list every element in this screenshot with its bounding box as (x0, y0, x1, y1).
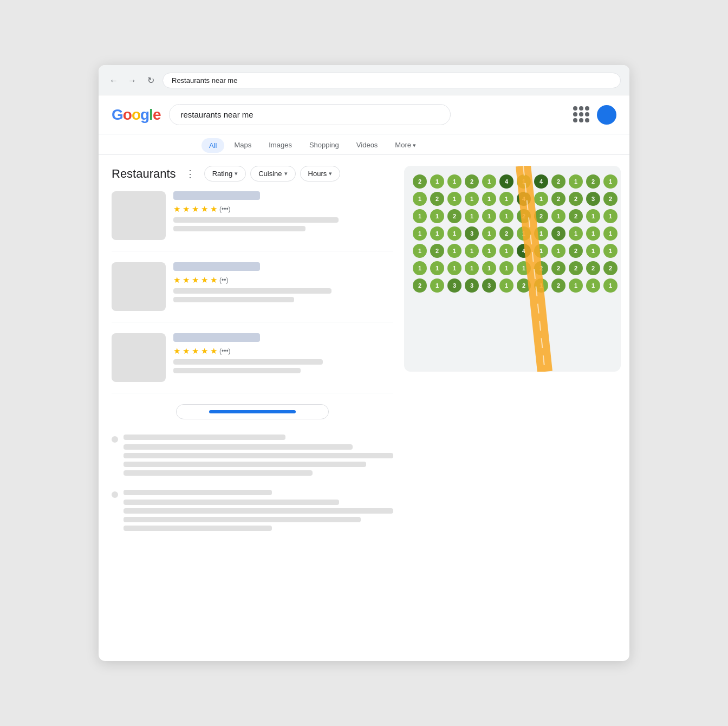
map-dot[interactable]: 1 (534, 192, 548, 206)
tab-more[interactable]: More (387, 137, 424, 154)
map-dot[interactable]: 3 (551, 226, 566, 241)
map-dot[interactable]: 1 (499, 244, 514, 258)
refresh-button[interactable]: ↻ (144, 74, 157, 87)
map-dot[interactable]: 1 (499, 192, 514, 206)
map-dot[interactable]: 1 (586, 244, 600, 258)
map-dot[interactable]: 1 (603, 278, 618, 293)
address-bar[interactable] (162, 73, 621, 88)
map-dot[interactable]: 2 (569, 261, 583, 275)
map-dot[interactable]: 1 (482, 244, 496, 258)
tab-maps[interactable]: Maps (226, 137, 259, 154)
map-dot[interactable]: 2 (551, 192, 566, 206)
more-options-button[interactable]: ⋮ (183, 166, 198, 182)
map-dot[interactable]: 3 (465, 226, 479, 241)
map-dot[interactable]: 1 (465, 209, 479, 223)
map-dot[interactable]: 1 (430, 278, 444, 293)
map-dot[interactable]: 1 (551, 209, 566, 223)
map-dot[interactable]: 1 (499, 278, 514, 293)
forward-button[interactable]: → (126, 74, 139, 87)
map-dot[interactable]: 2 (569, 209, 583, 223)
map-dot[interactable]: 1 (447, 244, 461, 258)
apps-icon[interactable] (573, 106, 590, 124)
map-dot[interactable]: 4 (534, 174, 548, 189)
map-dot[interactable]: 1 (413, 226, 427, 241)
map-dot[interactable]: 2 (499, 226, 514, 241)
map-dot[interactable]: 2 (430, 244, 444, 258)
map-dot[interactable]: 1 (482, 261, 496, 275)
map-dot[interactable]: 1 (447, 174, 461, 189)
filter-cuisine[interactable]: Cuisine (250, 166, 295, 182)
map-dot[interactable]: 2 (517, 278, 531, 293)
map-dot[interactable]: 3 (586, 192, 600, 206)
map-dot[interactable]: 2 (534, 261, 548, 275)
map-dot[interactable]: 1 (517, 261, 531, 275)
map-dot[interactable]: 1 (482, 209, 496, 223)
map-dot[interactable]: 1 (482, 192, 496, 206)
search-input[interactable] (169, 104, 451, 125)
map-dot[interactable]: 2 (586, 261, 600, 275)
map-dot[interactable]: 1 (447, 226, 461, 241)
map-dot[interactable]: 2 (517, 209, 531, 223)
map-dot[interactable]: 1 (586, 209, 600, 223)
map-dot[interactable]: 1 (569, 174, 583, 189)
map-dot[interactable]: 1 (534, 244, 548, 258)
map-dot[interactable]: 1 (603, 226, 618, 241)
more-results-button[interactable] (176, 404, 329, 419)
map-dot[interactable]: 2 (551, 261, 566, 275)
tab-shopping[interactable]: Shopping (302, 137, 347, 154)
map-dot[interactable]: 1 (517, 226, 531, 241)
map-dot[interactable]: 2 (586, 174, 600, 189)
map-dot[interactable]: 4 (499, 174, 514, 189)
map-dot[interactable]: 1 (465, 261, 479, 275)
map-dot[interactable]: 1 (603, 209, 618, 223)
map-dot[interactable]: 4 (517, 244, 531, 258)
map-dot[interactable]: 1 (517, 174, 531, 189)
map-dot[interactable]: 1 (569, 226, 583, 241)
map-dot[interactable]: 1 (569, 278, 583, 293)
map-dot[interactable]: 1 (447, 192, 461, 206)
map-dot[interactable]: 2 (413, 174, 427, 189)
map-dot[interactable]: 2 (430, 192, 444, 206)
back-button[interactable]: ← (107, 74, 120, 87)
map-dot[interactable]: 4 (517, 192, 531, 206)
map-dot[interactable]: 1 (482, 174, 496, 189)
map-dot[interactable]: 1 (465, 192, 479, 206)
map-dot[interactable]: 1 (603, 244, 618, 258)
filter-hours[interactable]: Hours (300, 166, 341, 182)
avatar-button[interactable] (597, 105, 616, 125)
map-dot[interactable]: 1 (430, 226, 444, 241)
map-dot[interactable]: 1 (482, 226, 496, 241)
map-dot[interactable]: 1 (603, 174, 618, 189)
map-dot[interactable]: 2 (551, 174, 566, 189)
map-dot[interactable]: 1 (430, 209, 444, 223)
map-dot[interactable]: 2 (447, 209, 461, 223)
map-dot[interactable]: 1 (430, 261, 444, 275)
map-dot[interactable]: 1 (413, 261, 427, 275)
tab-videos[interactable]: Videos (349, 137, 386, 154)
map-dot[interactable]: 1 (551, 244, 566, 258)
map-dot[interactable]: 2 (569, 192, 583, 206)
map-dot[interactable]: 1 (586, 278, 600, 293)
map-dot[interactable]: 1 (586, 226, 600, 241)
map-dot[interactable]: 2 (603, 192, 618, 206)
map-dot[interactable]: 2 (569, 244, 583, 258)
map-dot[interactable]: 2 (551, 278, 566, 293)
map-dot[interactable]: 2 (603, 261, 618, 275)
map-dot[interactable]: 3 (465, 278, 479, 293)
map-dot[interactable]: 2 (413, 278, 427, 293)
map-dot[interactable]: 1 (465, 244, 479, 258)
map-dot[interactable]: 3 (447, 278, 461, 293)
map-dot[interactable]: 2 (534, 209, 548, 223)
tab-images[interactable]: Images (261, 137, 300, 154)
map-dot[interactable]: 1 (499, 209, 514, 223)
map-dot[interactable]: 1 (413, 209, 427, 223)
map-dot[interactable]: 1 (534, 278, 548, 293)
tab-all[interactable]: All (202, 138, 224, 153)
map-dot[interactable]: 1 (413, 192, 427, 206)
map-dot[interactable]: 1 (413, 244, 427, 258)
map-dot[interactable]: 1 (447, 261, 461, 275)
map-dot[interactable]: 2 (465, 174, 479, 189)
map-dot[interactable]: 1 (499, 261, 514, 275)
map-dot[interactable]: 3 (482, 278, 496, 293)
map-dot[interactable]: 1 (534, 226, 548, 241)
